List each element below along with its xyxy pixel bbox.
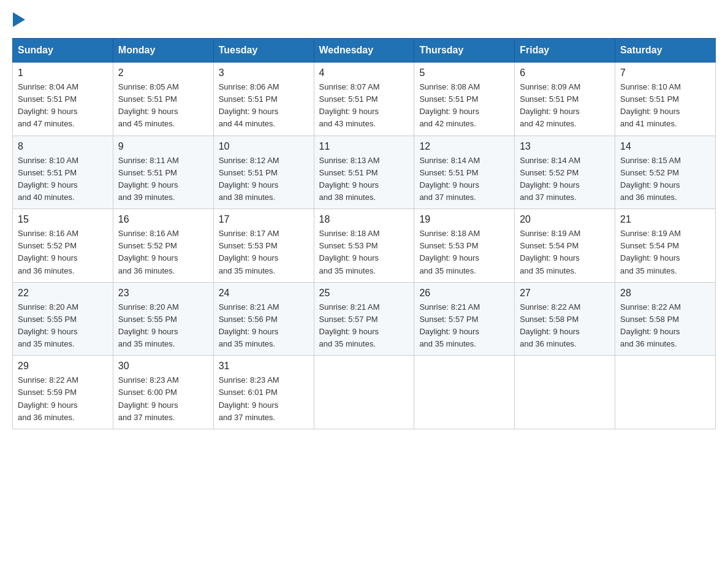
calendar-day-cell: 15 Sunrise: 8:16 AM Sunset: 5:52 PM Dayl… xyxy=(13,209,113,283)
calendar-day-cell: 21 Sunrise: 8:19 AM Sunset: 5:54 PM Dayl… xyxy=(615,209,716,283)
day-number: 13 xyxy=(520,141,610,152)
day-info: Sunrise: 8:16 AM Sunset: 5:52 PM Dayligh… xyxy=(118,228,208,277)
day-number: 6 xyxy=(520,67,610,79)
day-number: 24 xyxy=(219,288,309,299)
day-number: 27 xyxy=(520,288,610,299)
day-of-week-header: Wednesday xyxy=(314,39,414,63)
calendar-day-cell: 16 Sunrise: 8:16 AM Sunset: 5:52 PM Dayl… xyxy=(113,209,213,283)
calendar-day-cell: 2 Sunrise: 8:05 AM Sunset: 5:51 PM Dayli… xyxy=(113,63,213,136)
day-number: 28 xyxy=(620,288,710,299)
calendar-day-cell: 14 Sunrise: 8:15 AM Sunset: 5:52 PM Dayl… xyxy=(615,136,716,209)
day-number: 16 xyxy=(118,214,208,225)
day-number: 25 xyxy=(319,288,409,299)
calendar-day-cell: 23 Sunrise: 8:20 AM Sunset: 5:55 PM Dayl… xyxy=(113,282,213,356)
calendar-day-cell xyxy=(515,356,615,429)
calendar-day-cell: 20 Sunrise: 8:19 AM Sunset: 5:54 PM Dayl… xyxy=(515,209,615,283)
day-of-week-header: Friday xyxy=(515,39,615,63)
day-info: Sunrise: 8:15 AM Sunset: 5:52 PM Dayligh… xyxy=(620,155,710,204)
calendar-day-cell: 6 Sunrise: 8:09 AM Sunset: 5:51 PM Dayli… xyxy=(515,63,615,136)
calendar-day-cell: 12 Sunrise: 8:14 AM Sunset: 5:51 PM Dayl… xyxy=(414,136,515,209)
calendar-day-cell: 13 Sunrise: 8:14 AM Sunset: 5:52 PM Dayl… xyxy=(515,136,615,209)
calendar-day-cell xyxy=(314,356,414,429)
calendar-day-cell: 5 Sunrise: 8:08 AM Sunset: 5:51 PM Dayli… xyxy=(414,63,515,136)
day-number: 7 xyxy=(620,67,710,79)
day-number: 8 xyxy=(18,141,108,152)
day-of-week-header: Sunday xyxy=(13,39,113,63)
calendar-day-cell: 8 Sunrise: 8:10 AM Sunset: 5:51 PM Dayli… xyxy=(13,136,113,209)
day-number: 3 xyxy=(219,67,309,79)
day-info: Sunrise: 8:08 AM Sunset: 5:51 PM Dayligh… xyxy=(419,81,509,131)
day-number: 19 xyxy=(419,214,509,225)
calendar-day-cell: 27 Sunrise: 8:22 AM Sunset: 5:58 PM Dayl… xyxy=(515,282,615,356)
day-info: Sunrise: 8:21 AM Sunset: 5:57 PM Dayligh… xyxy=(319,301,409,351)
day-info: Sunrise: 8:22 AM Sunset: 5:59 PM Dayligh… xyxy=(18,374,108,424)
calendar-day-cell: 26 Sunrise: 8:21 AM Sunset: 5:57 PM Dayl… xyxy=(414,282,515,356)
day-number: 17 xyxy=(219,214,309,225)
day-number: 9 xyxy=(118,141,208,152)
calendar-day-cell: 1 Sunrise: 8:04 AM Sunset: 5:51 PM Dayli… xyxy=(13,63,113,136)
calendar-day-cell: 29 Sunrise: 8:22 AM Sunset: 5:59 PM Dayl… xyxy=(13,356,113,429)
calendar-day-cell: 4 Sunrise: 8:07 AM Sunset: 5:51 PM Dayli… xyxy=(314,63,414,136)
calendar-day-cell: 10 Sunrise: 8:12 AM Sunset: 5:51 PM Dayl… xyxy=(213,136,314,209)
calendar-header-row: SundayMondayTuesdayWednesdayThursdayFrid… xyxy=(13,39,716,63)
day-info: Sunrise: 8:22 AM Sunset: 5:58 PM Dayligh… xyxy=(620,301,710,351)
calendar-week-row: 8 Sunrise: 8:10 AM Sunset: 5:51 PM Dayli… xyxy=(13,136,716,209)
day-info: Sunrise: 8:21 AM Sunset: 5:57 PM Dayligh… xyxy=(419,301,509,351)
calendar-day-cell: 11 Sunrise: 8:13 AM Sunset: 5:51 PM Dayl… xyxy=(314,136,414,209)
day-number: 21 xyxy=(620,214,710,225)
day-number: 12 xyxy=(419,141,509,152)
day-of-week-header: Thursday xyxy=(414,39,515,63)
day-number: 18 xyxy=(319,214,409,225)
day-number: 1 xyxy=(18,67,108,79)
day-info: Sunrise: 8:05 AM Sunset: 5:51 PM Dayligh… xyxy=(118,81,208,131)
calendar-day-cell: 25 Sunrise: 8:21 AM Sunset: 5:57 PM Dayl… xyxy=(314,282,414,356)
day-number: 22 xyxy=(18,288,108,299)
day-info: Sunrise: 8:20 AM Sunset: 5:55 PM Dayligh… xyxy=(18,301,108,351)
day-of-week-header: Saturday xyxy=(615,39,716,63)
day-number: 14 xyxy=(620,141,710,152)
calendar-day-cell: 9 Sunrise: 8:11 AM Sunset: 5:51 PM Dayli… xyxy=(113,136,213,209)
calendar-day-cell: 19 Sunrise: 8:18 AM Sunset: 5:53 PM Dayl… xyxy=(414,209,515,283)
day-number: 26 xyxy=(419,288,509,299)
calendar-day-cell: 3 Sunrise: 8:06 AM Sunset: 5:51 PM Dayli… xyxy=(213,63,314,136)
day-info: Sunrise: 8:07 AM Sunset: 5:51 PM Dayligh… xyxy=(319,81,409,131)
day-number: 20 xyxy=(520,214,610,225)
calendar-week-row: 1 Sunrise: 8:04 AM Sunset: 5:51 PM Dayli… xyxy=(13,63,716,136)
day-number: 4 xyxy=(319,67,409,79)
day-info: Sunrise: 8:13 AM Sunset: 5:51 PM Dayligh… xyxy=(319,155,409,204)
calendar-day-cell: 24 Sunrise: 8:21 AM Sunset: 5:56 PM Dayl… xyxy=(213,282,314,356)
day-info: Sunrise: 8:19 AM Sunset: 5:54 PM Dayligh… xyxy=(520,228,610,277)
day-of-week-header: Tuesday xyxy=(213,39,314,63)
day-info: Sunrise: 8:19 AM Sunset: 5:54 PM Dayligh… xyxy=(620,228,710,277)
calendar-day-cell: 7 Sunrise: 8:10 AM Sunset: 5:51 PM Dayli… xyxy=(615,63,716,136)
calendar-table: SundayMondayTuesdayWednesdayThursdayFrid… xyxy=(12,38,716,429)
day-number: 30 xyxy=(118,361,208,372)
day-info: Sunrise: 8:16 AM Sunset: 5:52 PM Dayligh… xyxy=(18,228,108,277)
day-info: Sunrise: 8:18 AM Sunset: 5:53 PM Dayligh… xyxy=(419,228,509,277)
day-info: Sunrise: 8:14 AM Sunset: 5:52 PM Dayligh… xyxy=(520,155,610,204)
day-number: 29 xyxy=(18,361,108,372)
page-header xyxy=(12,12,716,26)
day-info: Sunrise: 8:04 AM Sunset: 5:51 PM Dayligh… xyxy=(18,81,108,131)
calendar-day-cell: 28 Sunrise: 8:22 AM Sunset: 5:58 PM Dayl… xyxy=(615,282,716,356)
day-info: Sunrise: 8:09 AM Sunset: 5:51 PM Dayligh… xyxy=(520,81,610,131)
day-of-week-header: Monday xyxy=(113,39,213,63)
day-number: 11 xyxy=(319,141,409,152)
day-info: Sunrise: 8:23 AM Sunset: 6:01 PM Dayligh… xyxy=(219,374,309,424)
day-number: 10 xyxy=(219,141,309,152)
calendar-week-row: 29 Sunrise: 8:22 AM Sunset: 5:59 PM Dayl… xyxy=(13,356,716,429)
day-number: 5 xyxy=(419,67,509,79)
day-info: Sunrise: 8:17 AM Sunset: 5:53 PM Dayligh… xyxy=(219,228,309,277)
calendar-week-row: 15 Sunrise: 8:16 AM Sunset: 5:52 PM Dayl… xyxy=(13,209,716,283)
day-info: Sunrise: 8:23 AM Sunset: 6:00 PM Dayligh… xyxy=(118,374,208,424)
day-info: Sunrise: 8:10 AM Sunset: 5:51 PM Dayligh… xyxy=(620,81,710,131)
logo-triangle-icon xyxy=(13,12,25,27)
calendar-week-row: 22 Sunrise: 8:20 AM Sunset: 5:55 PM Dayl… xyxy=(13,282,716,356)
day-info: Sunrise: 8:10 AM Sunset: 5:51 PM Dayligh… xyxy=(18,155,108,204)
calendar-day-cell: 30 Sunrise: 8:23 AM Sunset: 6:00 PM Dayl… xyxy=(113,356,213,429)
day-number: 31 xyxy=(219,361,309,372)
day-info: Sunrise: 8:21 AM Sunset: 5:56 PM Dayligh… xyxy=(219,301,309,351)
day-info: Sunrise: 8:22 AM Sunset: 5:58 PM Dayligh… xyxy=(520,301,610,351)
day-number: 15 xyxy=(18,214,108,225)
day-number: 2 xyxy=(118,67,208,79)
